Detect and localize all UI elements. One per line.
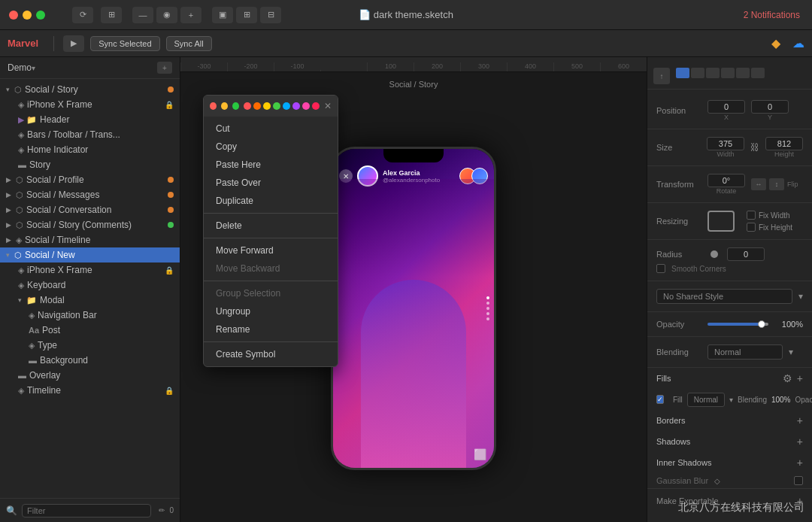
toolbar-icon-3[interactable]: — [132, 7, 153, 23]
layer-item[interactable]: ◈ Timeline 🔒 [0, 383, 180, 398]
layer-item[interactable]: ◈ iPhone X Frame 🔒 [0, 97, 180, 112]
layer-item[interactable]: ▶ 📁 Header [0, 112, 180, 127]
layer-item[interactable]: ▶ ◈ Social / Timeline [0, 232, 180, 247]
position-y-input[interactable] [751, 100, 789, 114]
align-icon[interactable] [706, 68, 720, 78]
add-shadow-button[interactable]: + [797, 436, 803, 448]
add-border-button[interactable]: + [797, 414, 803, 426]
align-icon[interactable] [721, 68, 735, 78]
smooth-corners-checkbox[interactable] [656, 264, 665, 273]
ctx-color-dot[interactable] [292, 102, 300, 110]
layer-item-social-new[interactable]: ▾ ⬡ Social / New [0, 247, 180, 263]
blur-row: Gaussian Blur ◇ [647, 473, 812, 488]
height-input[interactable] [765, 137, 803, 150]
toolbar-icon-2[interactable]: ⊞ [101, 7, 122, 23]
ctx-create-symbol[interactable]: Create Symbol [204, 345, 338, 363]
rotate-input[interactable] [707, 174, 745, 187]
toolbar-icon-5[interactable]: + [180, 7, 201, 23]
ctx-color-dot[interactable] [312, 102, 320, 110]
sync-all-button[interactable]: Sync All [166, 36, 212, 51]
blur-checkbox[interactable] [794, 476, 803, 485]
ctx-delete[interactable]: Delete [204, 217, 338, 235]
radius-input[interactable] [727, 247, 765, 261]
notifications-badge[interactable]: 2 Notifications [744, 10, 800, 20]
align-icon[interactable] [676, 68, 689, 78]
person-shape [361, 280, 466, 468]
fix-width-checkbox[interactable] [747, 211, 756, 220]
layer-item[interactable]: ◈ iPhone X Frame 🔒 [0, 263, 180, 278]
folder-icon: 📁 [26, 296, 37, 305]
minimize-button[interactable] [23, 11, 32, 20]
ctx-color-dot[interactable] [244, 102, 251, 110]
link-icon[interactable]: ⛓ [750, 142, 759, 153]
layer-item[interactable]: ◈ Bars / Toolbar / Trans... [0, 127, 180, 142]
resizing-box[interactable] [707, 211, 735, 232]
ctx-color-dot[interactable] [273, 102, 280, 110]
view-icon-3[interactable]: ⊟ [260, 7, 281, 23]
ctx-move-forward[interactable]: Move Forward [204, 241, 338, 259]
ctx-cut[interactable]: Cut [204, 120, 338, 138]
ctx-minimize-dot[interactable] [221, 102, 228, 110]
add-layer-button[interactable]: + [157, 62, 172, 74]
settings-icon[interactable]: ⚙ [783, 372, 792, 384]
layer-label: Social / New [25, 250, 174, 260]
fill-blending-dropdown[interactable]: Normal [687, 393, 725, 407]
toolbar-icon-1[interactable]: ⟳ [72, 7, 93, 23]
view-icon-1[interactable]: ▣ [212, 7, 233, 23]
ctx-maximize-dot[interactable] [232, 102, 239, 110]
ctx-close-dot[interactable] [210, 102, 217, 110]
layer-item[interactable]: ▶ ⬡ Social / Messages [0, 187, 180, 202]
layer-label: Home Indicator [27, 144, 174, 155]
ctx-color-dot[interactable] [253, 102, 261, 110]
sync-selected-button[interactable]: Sync Selected [90, 36, 159, 51]
toolbar-icon-4[interactable]: ◉ [156, 7, 177, 23]
layer-item[interactable]: ▬ Story [0, 157, 180, 172]
align-icon[interactable] [691, 68, 704, 78]
flip-v-icon[interactable]: ↕ [769, 178, 784, 190]
play-icon[interactable]: ▶ [63, 35, 84, 52]
add-inner-shadow-button[interactable]: + [797, 457, 803, 469]
edit-icon[interactable]: ✏ [159, 506, 165, 514]
ctx-copy[interactable]: Copy [204, 138, 338, 156]
align-icon[interactable] [751, 68, 765, 78]
ctx-rename[interactable]: Rename [204, 320, 338, 338]
layer-item[interactable]: ◈ Navigation Bar [0, 308, 180, 323]
layer-item[interactable]: ▶ ⬡ Social / Profile [0, 172, 180, 187]
panel-icon-1[interactable]: ↑ [653, 68, 670, 84]
align-icon[interactable] [736, 68, 750, 78]
view-icon-2[interactable]: ⊞ [236, 7, 257, 23]
layer-item[interactable]: ▶ ⬡ Social / Conversation [0, 202, 180, 217]
layer-item[interactable]: ◈ Keyboard [0, 278, 180, 293]
layer-item[interactable]: Aa Post [0, 323, 180, 338]
layer-item[interactable]: ◈ Type [0, 338, 180, 353]
fix-height-checkbox[interactable] [747, 223, 756, 232]
shared-style-dropdown[interactable]: No Shared Style [656, 289, 792, 304]
ctx-paste-here[interactable]: Paste Here [204, 156, 338, 174]
flip-h-icon[interactable]: ↔ [751, 178, 766, 190]
add-fill-button[interactable]: + [797, 372, 803, 384]
layer-item[interactable]: ▬ Background [0, 353, 180, 368]
layer-item[interactable]: ◈ Home Indicator [0, 142, 180, 157]
layer-item[interactable]: ▾ ⬡ Social / Story [0, 82, 180, 97]
close-button[interactable] [9, 11, 18, 20]
ctx-close-button[interactable]: ✕ [324, 101, 332, 111]
width-input[interactable] [707, 137, 744, 150]
ctx-color-dot[interactable] [283, 102, 290, 110]
maximize-button[interactable] [36, 11, 45, 20]
project-name[interactable]: Demo [8, 62, 32, 73]
layer-item[interactable]: ▶ ⬡ Social / Story (Comments) [0, 217, 180, 232]
search-input[interactable] [22, 504, 151, 517]
fill-checkbox[interactable]: ✓ [656, 395, 664, 404]
position-x-input[interactable] [707, 100, 745, 114]
layer-item[interactable]: ▾ 📁 Modal [0, 293, 180, 308]
radius-handle[interactable] [710, 250, 718, 258]
ctx-duplicate[interactable]: Duplicate [204, 192, 338, 210]
ctx-color-dot[interactable] [302, 102, 310, 110]
blending-dropdown[interactable]: Normal [707, 344, 783, 360]
ctx-ungroup[interactable]: Ungroup [204, 302, 338, 320]
opacity-bar[interactable] [707, 323, 768, 326]
ctx-paste-over[interactable]: Paste Over [204, 174, 338, 192]
opacity-handle[interactable] [758, 320, 765, 328]
ctx-color-dot[interactable] [263, 102, 271, 110]
layer-item[interactable]: ▬ Overlay [0, 368, 180, 383]
